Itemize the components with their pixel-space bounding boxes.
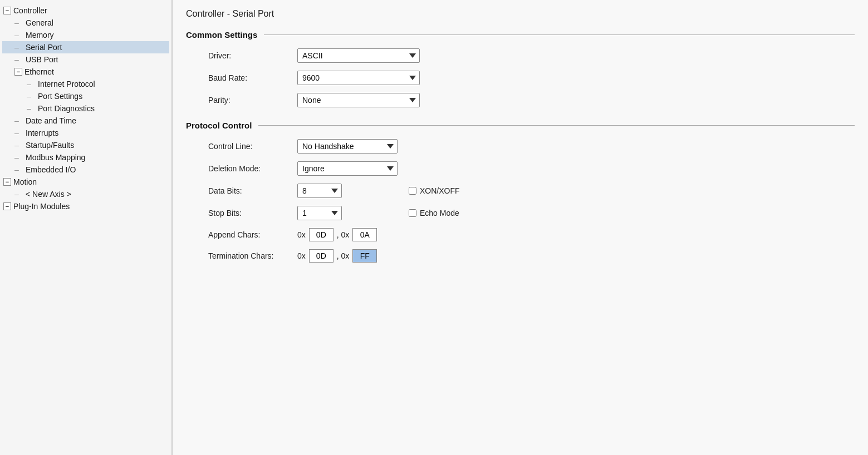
append-hex2-input[interactable] [352, 228, 377, 241]
expand-icon-plug-in-modules[interactable]: − [3, 202, 11, 210]
parity-row: Parity: None Odd Even Mark Space [186, 93, 855, 107]
tree-label-internet-protocol: Internet Protocol [38, 80, 95, 88]
connector-date-time: – [14, 117, 24, 125]
expand-icon-ethernet[interactable]: − [14, 68, 22, 76]
append-chars-label: Append Chars: [208, 230, 297, 239]
tree-item-internet-protocol[interactable]: – Internet Protocol [2, 78, 169, 90]
driver-label: Driver: [208, 51, 297, 60]
control-line-select[interactable]: No Handshake RTS/CTS DTR/DSR [297, 139, 398, 154]
right-panel: Controller - Serial Port Common Settings… [173, 0, 868, 455]
data-bits-label: Data Bits: [208, 186, 297, 195]
parity-control: None Odd Even Mark Space [297, 93, 420, 107]
connector-general: – [14, 19, 24, 27]
tree-label-plug-in-modules: Plug-In Modules [13, 202, 70, 211]
tree-item-new-axis[interactable]: – < New Axis > [2, 188, 169, 200]
connector-new-axis: – [14, 190, 24, 199]
tree-item-serial-port[interactable]: – Serial Port [2, 41, 169, 53]
tree-label-port-diagnostics: Port Diagnostics [38, 104, 95, 113]
tree-item-plug-in-modules[interactable]: − Plug-In Modules [2, 200, 169, 212]
connector-usb-port: – [14, 56, 24, 64]
tree-label-port-settings: Port Settings [38, 92, 82, 101]
tree-item-memory[interactable]: – Memory [2, 29, 169, 41]
tree-label-general: General [26, 18, 53, 27]
echo-mode-text: Echo Mode [420, 209, 459, 217]
echo-options: Echo Mode [386, 209, 459, 217]
driver-control: ASCII RTU Custom [297, 48, 420, 63]
connector-interrupts: – [14, 129, 24, 137]
deletion-mode-label: Deletion Mode: [208, 164, 297, 173]
tree-item-modbus-mapping[interactable]: – Modbus Mapping [2, 151, 169, 164]
tree-label-ethernet: Ethernet [24, 67, 54, 76]
stop-bits-select[interactable]: 1 1.5 2 [297, 206, 342, 220]
echo-mode-checkbox[interactable] [409, 209, 416, 217]
data-bits-select[interactable]: 5 6 7 8 [297, 184, 342, 198]
data-bits-row: Data Bits: 5 6 7 8 XON/XOFF [186, 184, 855, 198]
tree-scroll[interactable]: − Controller – General – Memory – Serial… [0, 0, 171, 455]
append-chars-control: 0x , 0x [297, 228, 377, 241]
connector-modbus-mapping: – [14, 154, 24, 162]
append-hex1-prefix: 0x [297, 230, 306, 239]
stop-bits-control: 1 1.5 2 Echo Mode [297, 206, 459, 220]
protocol-control-line [258, 125, 855, 126]
xon-xoff-text: XON/XOFF [420, 186, 460, 195]
connector-serial-port: – [14, 43, 24, 52]
tree-item-motion[interactable]: − Motion [2, 176, 169, 188]
connector-internet-protocol: – [27, 80, 37, 88]
baud-rate-select[interactable]: 1200 2400 4800 9600 19200 38400 57600 11… [297, 71, 420, 85]
tree-item-general[interactable]: – General [2, 17, 169, 29]
term-hex1-input[interactable] [309, 249, 334, 263]
tree-item-port-diagnostics[interactable]: – Port Diagnostics [2, 102, 169, 115]
control-line-control: No Handshake RTS/CTS DTR/DSR [297, 139, 398, 154]
tree-label-motion: Motion [13, 177, 37, 186]
tree-item-ethernet[interactable]: − Ethernet [2, 66, 169, 78]
page-title: Controller - Serial Port [186, 9, 855, 21]
tree-label-startup-faults: Startup/Faults [26, 141, 74, 150]
tree-label-date-time: Date and Time [26, 116, 76, 125]
tree-item-embedded-io[interactable]: – Embedded I/O [2, 164, 169, 176]
connector-startup-faults: – [14, 141, 24, 150]
connector-embedded-io: – [14, 166, 24, 174]
parity-select[interactable]: None Odd Even Mark Space [297, 93, 420, 107]
tree-item-controller[interactable]: − Controller [2, 4, 169, 17]
termination-chars-row: Termination Chars: 0x , 0x [186, 249, 855, 263]
expand-icon-motion[interactable]: − [3, 178, 11, 186]
protocol-control-section: Protocol Control Control Line: No Handsh… [186, 121, 855, 263]
tree-label-new-axis: < New Axis > [26, 190, 71, 199]
common-settings-header: Common Settings [186, 30, 855, 39]
baud-rate-control: 1200 2400 4800 9600 19200 38400 57600 11… [297, 71, 420, 85]
tree-item-startup-faults[interactable]: – Startup/Faults [2, 139, 169, 151]
tree-item-port-settings[interactable]: – Port Settings [2, 90, 169, 102]
data-bits-control: 5 6 7 8 XON/XOFF [297, 184, 460, 198]
deletion-mode-control: Ignore Delete Echo [297, 161, 398, 176]
tree-label-controller: Controller [13, 6, 47, 15]
baud-rate-row: Baud Rate: 1200 2400 4800 9600 19200 384… [186, 71, 855, 85]
tree-label-usb-port: USB Port [26, 55, 58, 64]
extra-options: XON/XOFF [386, 186, 460, 195]
tree-label-embedded-io: Embedded I/O [26, 165, 76, 174]
tree-item-usb-port[interactable]: – USB Port [2, 53, 169, 66]
tree-label-serial-port: Serial Port [26, 43, 62, 52]
driver-select[interactable]: ASCII RTU Custom [297, 48, 420, 63]
control-line-label: Control Line: [208, 142, 297, 151]
tree-item-date-time[interactable]: – Date and Time [2, 115, 169, 127]
stop-bits-label: Stop Bits: [208, 209, 297, 217]
connector-port-diagnostics: – [27, 105, 37, 113]
term-hex2-input[interactable] [352, 249, 377, 263]
xon-xoff-label[interactable]: XON/XOFF [409, 186, 460, 195]
append-hex1-input[interactable] [309, 228, 334, 241]
deletion-mode-select[interactable]: Ignore Delete Echo [297, 161, 398, 176]
tree-label-modbus-mapping: Modbus Mapping [26, 153, 85, 162]
stop-bits-row: Stop Bits: 1 1.5 2 Echo Mode [186, 206, 855, 220]
left-panel: − Controller – General – Memory – Serial… [0, 0, 173, 455]
term-hex1-prefix: 0x [297, 251, 306, 260]
common-settings-section: Common Settings Driver: ASCII RTU Custom… [186, 30, 855, 107]
expand-icon-controller[interactable]: − [3, 7, 11, 14]
echo-mode-label[interactable]: Echo Mode [409, 209, 459, 217]
connector-memory: – [14, 31, 24, 39]
common-settings-line [264, 34, 855, 35]
xon-xoff-checkbox[interactable] [409, 187, 416, 195]
protocol-control-title: Protocol Control [186, 121, 252, 130]
termination-chars-label: Termination Chars: [208, 251, 297, 260]
tree-item-interrupts[interactable]: – Interrupts [2, 127, 169, 139]
tree-label-interrupts: Interrupts [26, 128, 58, 137]
